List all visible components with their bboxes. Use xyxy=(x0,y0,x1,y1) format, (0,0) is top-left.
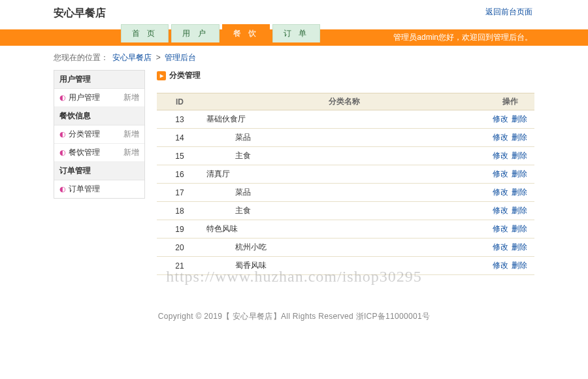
delete-link[interactable]: 删除 xyxy=(512,261,527,270)
delete-link[interactable]: 删除 xyxy=(512,169,527,178)
cell-ops: 修改 删除 xyxy=(485,239,534,257)
edit-link[interactable]: 修改 xyxy=(493,242,508,252)
cell-name: 清真厅 xyxy=(203,165,485,184)
sidebar-item-label: 订单管理 xyxy=(59,184,100,195)
cell-id: 21 xyxy=(157,257,203,275)
cell-ops: 修改 删除 xyxy=(485,147,534,165)
table-row: 18主食修改 删除 xyxy=(157,202,534,220)
cell-ops: 修改 删除 xyxy=(485,202,534,220)
main-nav: 首 页用 户餐 饮订 单 xyxy=(121,24,588,42)
nav-tab-0[interactable]: 首 页 xyxy=(121,24,169,42)
sidebar-item-label: 用户管理 xyxy=(59,92,100,103)
cell-id: 20 xyxy=(157,239,203,257)
breadcrumb-link-1[interactable]: 管理后台 xyxy=(165,53,196,62)
cell-id: 17 xyxy=(157,184,203,202)
edit-link[interactable]: 修改 xyxy=(493,224,508,233)
nav-tab-2[interactable]: 餐 饮 xyxy=(222,24,270,42)
breadcrumb-prefix: 您现在的位置： xyxy=(54,53,108,62)
site-title: 安心早餐店 xyxy=(54,7,106,20)
main-panel: ▸ 分类管理 ID 分类名称 操作 13基础伙食厅修改 删除14菜品修改 删除1… xyxy=(157,70,534,275)
cell-name: 蜀香风味 xyxy=(203,257,485,275)
th-ops: 操作 xyxy=(485,93,534,110)
table-row: 20杭州小吃修改 删除 xyxy=(157,239,534,257)
sidebar-item-label: 分类管理 xyxy=(59,129,100,140)
table-row: 19特色风味修改 删除 xyxy=(157,220,534,239)
cell-name: 主食 xyxy=(203,202,485,220)
cell-id: 13 xyxy=(157,110,203,129)
cell-ops: 修改 删除 xyxy=(485,220,534,239)
sidebar-item-0-0[interactable]: 用户管理新增 xyxy=(54,89,144,107)
th-id: ID xyxy=(157,93,203,110)
panel-title: ▸ 分类管理 xyxy=(157,70,534,81)
cell-id: 18 xyxy=(157,202,203,220)
footer: Copyright © 2019【 安心早餐店】All Rights Reser… xyxy=(0,288,588,335)
delete-link[interactable]: 删除 xyxy=(512,242,527,252)
cell-id: 15 xyxy=(157,147,203,165)
delete-link[interactable]: 删除 xyxy=(512,188,527,197)
return-frontend-link[interactable]: 返回前台页面 xyxy=(485,7,532,18)
sidebar-item-add[interactable]: 新增 xyxy=(123,147,139,158)
cell-ops: 修改 删除 xyxy=(485,184,534,202)
cell-name: 杭州小吃 xyxy=(203,239,485,257)
cell-name: 主食 xyxy=(203,147,485,165)
sidebar-item-add[interactable]: 新增 xyxy=(123,129,139,140)
cell-id: 19 xyxy=(157,220,203,239)
edit-link[interactable]: 修改 xyxy=(493,133,508,142)
cell-ops: 修改 删除 xyxy=(485,110,534,129)
edit-link[interactable]: 修改 xyxy=(493,169,508,178)
sidebar-group-title-2: 订单管理 xyxy=(54,162,144,180)
edit-link[interactable]: 修改 xyxy=(493,206,508,215)
cell-ops: 修改 删除 xyxy=(485,129,534,147)
th-name: 分类名称 xyxy=(203,93,485,110)
cell-name: 菜品 xyxy=(203,129,485,147)
delete-link[interactable]: 删除 xyxy=(512,206,527,215)
cell-name: 菜品 xyxy=(203,184,485,202)
nav-tab-3[interactable]: 订 单 xyxy=(272,24,320,42)
panel-title-text: 分类管理 xyxy=(169,70,201,81)
edit-link[interactable]: 修改 xyxy=(493,151,508,160)
cell-ops: 修改 删除 xyxy=(485,165,534,184)
breadcrumb-sep: > xyxy=(156,53,163,62)
table-row: 15主食修改 删除 xyxy=(157,147,534,165)
nav-tab-1[interactable]: 用 户 xyxy=(171,24,219,42)
sidebar-item-1-0[interactable]: 分类管理新增 xyxy=(54,125,144,144)
cell-name: 特色风味 xyxy=(203,220,485,239)
cell-id: 14 xyxy=(157,129,203,147)
cell-name: 基础伙食厅 xyxy=(203,110,485,129)
sidebar-item-2-0[interactable]: 订单管理 xyxy=(54,180,144,198)
delete-link[interactable]: 删除 xyxy=(512,133,527,142)
sidebar-item-label: 餐饮管理 xyxy=(59,147,100,158)
sidebar-group-title-0: 用户管理 xyxy=(54,71,144,89)
sidebar-group-title-1: 餐饮信息 xyxy=(54,107,144,125)
table-row: 16清真厅修改 删除 xyxy=(157,165,534,184)
delete-link[interactable]: 删除 xyxy=(512,151,527,160)
arrow-right-icon: ▸ xyxy=(157,71,166,80)
sidebar-item-add[interactable]: 新增 xyxy=(123,92,139,103)
delete-link[interactable]: 删除 xyxy=(512,224,527,233)
table-row: 17菜品修改 删除 xyxy=(157,184,534,202)
breadcrumb-link-0[interactable]: 安心早餐店 xyxy=(112,53,152,62)
table-row: 14菜品修改 删除 xyxy=(157,129,534,147)
edit-link[interactable]: 修改 xyxy=(493,188,508,197)
sidebar: 用户管理用户管理新增餐饮信息分类管理新增餐饮管理新增订单管理订单管理 xyxy=(54,70,145,199)
cell-ops: 修改 删除 xyxy=(485,257,534,275)
delete-link[interactable]: 删除 xyxy=(512,114,527,124)
edit-link[interactable]: 修改 xyxy=(493,261,508,270)
edit-link[interactable]: 修改 xyxy=(493,114,508,124)
sidebar-item-1-1[interactable]: 餐饮管理新增 xyxy=(54,144,144,162)
category-table: ID 分类名称 操作 13基础伙食厅修改 删除14菜品修改 删除15主食修改 删… xyxy=(157,93,534,275)
breadcrumb: 您现在的位置： 安心早餐店 > 管理后台 xyxy=(0,46,588,70)
table-row: 13基础伙食厅修改 删除 xyxy=(157,110,534,129)
cell-id: 16 xyxy=(157,165,203,184)
table-row: 21蜀香风味修改 删除 xyxy=(157,257,534,275)
